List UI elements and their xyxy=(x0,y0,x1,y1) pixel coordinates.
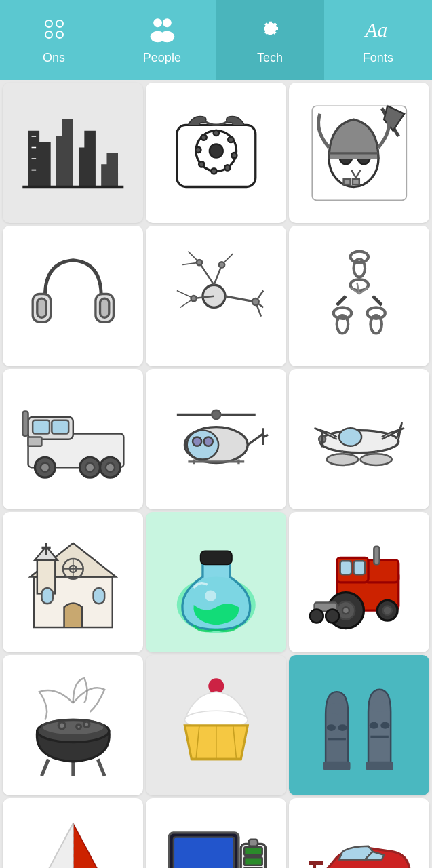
grid-item-telephone[interactable] xyxy=(146,83,286,223)
svg-marker-12 xyxy=(101,153,118,187)
svg-marker-11 xyxy=(79,130,96,186)
svg-point-57 xyxy=(191,296,196,301)
svg-point-27 xyxy=(195,146,201,152)
svg-point-129 xyxy=(326,609,339,623)
svg-rect-166 xyxy=(244,857,262,865)
svg-point-25 xyxy=(211,168,216,174)
svg-point-79 xyxy=(85,462,94,471)
svg-rect-126 xyxy=(374,547,379,564)
tab-tech[interactable]: Tech xyxy=(216,0,324,80)
svg-point-77 xyxy=(40,462,49,471)
grid-item-pyramid[interactable] xyxy=(3,798,143,868)
svg-point-154 xyxy=(370,701,388,712)
grid-item-moai[interactable] xyxy=(289,655,429,795)
svg-point-67 xyxy=(333,307,351,319)
svg-point-55 xyxy=(197,260,202,265)
svg-point-149 xyxy=(328,703,345,714)
grid-item-headphones[interactable] xyxy=(3,226,143,366)
svg-point-125 xyxy=(382,606,391,614)
svg-rect-160 xyxy=(174,837,234,868)
svg-point-22 xyxy=(228,136,233,142)
svg-rect-150 xyxy=(366,761,393,770)
grid-item-seaplane[interactable] xyxy=(289,369,429,509)
svg-point-136 xyxy=(76,724,81,729)
svg-rect-119 xyxy=(340,561,351,574)
svg-line-62 xyxy=(336,296,345,305)
svg-point-20 xyxy=(210,144,223,157)
svg-point-56 xyxy=(219,262,224,267)
svg-rect-164 xyxy=(249,839,258,846)
svg-point-91 xyxy=(193,437,201,446)
svg-line-130 xyxy=(41,759,48,776)
icons-icon xyxy=(41,16,68,47)
grid-item-cupcake[interactable] xyxy=(146,655,286,795)
grid-item-church[interactable] xyxy=(3,512,143,652)
top-navigation: Ons People Tech Aa Fonts xyxy=(0,0,432,80)
svg-line-132 xyxy=(98,759,104,776)
svg-point-3 xyxy=(56,31,63,38)
svg-point-146 xyxy=(326,724,335,731)
svg-point-59 xyxy=(350,251,368,262)
tab-tech-label: Tech xyxy=(257,51,283,65)
grid-item-tractor[interactable] xyxy=(289,512,429,652)
svg-point-151 xyxy=(369,722,378,729)
svg-marker-10 xyxy=(56,119,73,186)
svg-point-69 xyxy=(367,307,385,319)
tab-people[interactable]: People xyxy=(108,0,216,80)
svg-line-43 xyxy=(199,262,214,285)
svg-rect-40 xyxy=(37,298,46,317)
svg-point-128 xyxy=(310,609,323,623)
grid-item-potion[interactable] xyxy=(146,512,286,652)
svg-point-97 xyxy=(326,454,357,465)
svg-point-6 xyxy=(163,18,172,27)
tab-icons[interactable]: Ons xyxy=(0,0,108,80)
svg-point-92 xyxy=(203,437,212,446)
image-grid xyxy=(0,80,432,868)
tab-fonts-label: Fonts xyxy=(363,51,393,65)
svg-rect-114 xyxy=(200,551,231,564)
grid-item-city[interactable] xyxy=(3,83,143,223)
svg-rect-74 xyxy=(52,420,68,433)
grid-item-cauldron[interactable] xyxy=(3,655,143,795)
svg-rect-41 xyxy=(100,298,109,317)
svg-rect-75 xyxy=(28,437,41,446)
svg-point-2 xyxy=(45,31,52,38)
svg-line-51 xyxy=(225,296,256,302)
grid-item-chain[interactable] xyxy=(289,226,429,366)
svg-rect-145 xyxy=(323,761,351,770)
svg-point-84 xyxy=(212,410,220,418)
grid-item-helicopter[interactable] xyxy=(146,369,286,509)
svg-point-98 xyxy=(360,454,391,465)
svg-rect-82 xyxy=(22,411,28,435)
people-icon xyxy=(146,16,178,47)
svg-point-94 xyxy=(339,428,361,446)
svg-point-134 xyxy=(41,719,104,735)
svg-rect-110 xyxy=(93,588,104,604)
svg-point-24 xyxy=(224,165,230,170)
svg-point-152 xyxy=(380,722,389,729)
svg-point-21 xyxy=(213,130,218,136)
tab-fonts[interactable]: Aa Fonts xyxy=(324,0,432,80)
grid-item-neuron[interactable] xyxy=(146,226,286,366)
svg-point-147 xyxy=(338,724,347,731)
svg-rect-73 xyxy=(33,420,50,433)
svg-rect-34 xyxy=(343,179,350,184)
svg-point-23 xyxy=(231,153,237,158)
svg-line-63 xyxy=(372,296,381,305)
svg-point-137 xyxy=(83,722,89,727)
svg-rect-109 xyxy=(41,588,53,604)
svg-point-123 xyxy=(342,607,349,614)
grid-item-monitor[interactable] xyxy=(146,798,286,868)
grid-item-truck[interactable] xyxy=(3,369,143,509)
svg-point-135 xyxy=(58,722,65,729)
grid-item-car[interactable] xyxy=(289,798,429,868)
svg-rect-120 xyxy=(353,561,365,574)
svg-point-7 xyxy=(159,31,174,42)
grid-item-viking[interactable] xyxy=(289,83,429,223)
svg-point-28 xyxy=(201,134,206,140)
fonts-icon: Aa xyxy=(362,16,393,47)
svg-point-1 xyxy=(56,20,63,27)
svg-point-58 xyxy=(252,298,258,305)
svg-point-115 xyxy=(205,590,216,601)
svg-rect-35 xyxy=(353,179,359,184)
